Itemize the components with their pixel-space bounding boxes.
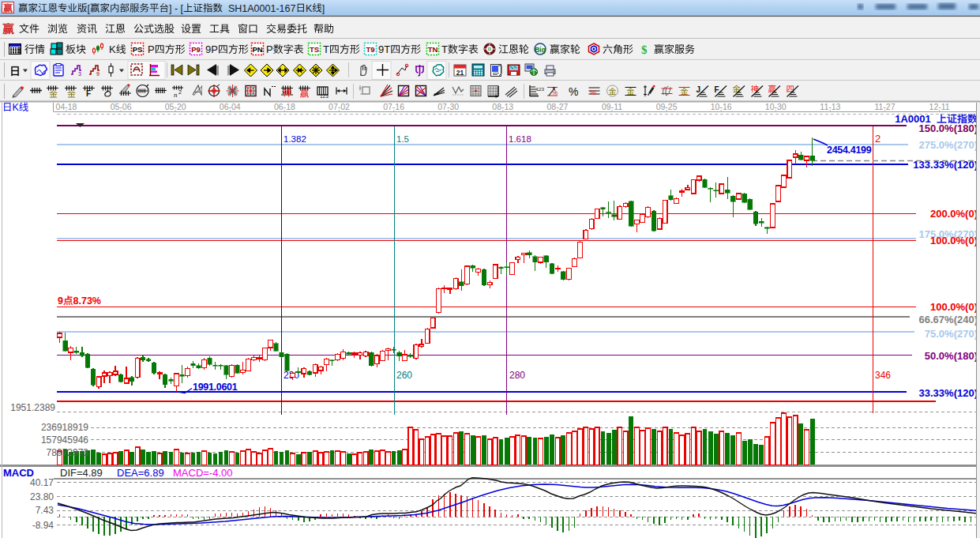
svg-text:150.0%(180): 150.0%(180) [919, 122, 978, 134]
svg-text:2: 2 [178, 89, 182, 95]
svg-text:123: 123 [320, 93, 329, 99]
svg-text:9: 9 [96, 71, 100, 77]
svg-text:78972973: 78972973 [47, 447, 89, 458]
svg-text:T: T [323, 43, 329, 55]
svg-text:280: 280 [509, 370, 525, 381]
svg-text:Big: Big [535, 46, 546, 54]
svg-text:%: % [569, 85, 578, 98]
svg-text:04-18: 04-18 [56, 102, 77, 111]
svg-text:2: 2 [875, 133, 880, 145]
svg-text:10-16: 10-16 [711, 102, 732, 111]
svg-text:%: % [590, 88, 596, 96]
svg-text:10-30: 10-30 [765, 102, 787, 111]
svg-text:K: K [109, 43, 116, 55]
svg-text:100.0%(0): 100.0%(0) [930, 235, 978, 246]
svg-text:MACD=-4.00: MACD=-4.00 [173, 467, 233, 479]
svg-text:SH1A0001-167: SH1A0001-167 [223, 3, 295, 14]
svg-text:K: K [306, 3, 313, 14]
svg-text:11-27: 11-27 [874, 102, 895, 111]
svg-text:08-13: 08-13 [492, 102, 513, 111]
svg-text:346: 346 [875, 370, 891, 381]
svg-text:1.618: 1.618 [509, 134, 531, 144]
svg-text:TS: TS [310, 45, 319, 54]
svg-text:09-11: 09-11 [602, 102, 622, 111]
svg-text:05-20: 05-20 [165, 102, 186, 111]
svg-text:%: % [552, 89, 558, 96]
svg-text:100.0%(0): 100.0%(0) [930, 301, 978, 313]
svg-text:n: n [174, 91, 178, 99]
svg-text:33.33%(120): 33.33%(120) [919, 387, 978, 399]
svg-text:08-27: 08-27 [546, 102, 568, 111]
svg-text:06-18: 06-18 [274, 102, 295, 111]
svg-text:TN: TN [428, 45, 438, 54]
svg-text:]: ] [322, 3, 325, 14]
svg-text:07-30: 07-30 [437, 102, 459, 111]
svg-text:236918919: 236918919 [41, 422, 88, 433]
svg-text:F: F [715, 85, 719, 94]
svg-text:40.17: 40.17 [30, 477, 54, 488]
svg-text:8.73%: 8.73% [73, 295, 101, 307]
svg-text:DEA=6.89: DEA=6.89 [117, 467, 164, 479]
svg-text:1.5: 1.5 [396, 134, 409, 144]
svg-text:75.0%(270): 75.0%(270) [925, 328, 978, 340]
svg-text:1.382: 1.382 [283, 134, 306, 144]
svg-text:50.0%(180): 50.0%(180) [925, 350, 978, 362]
svg-text:1991.0601: 1991.0601 [193, 382, 238, 393]
svg-text:12-11: 12-11 [929, 102, 950, 111]
svg-text:T: T [441, 43, 448, 55]
svg-text:05-06: 05-06 [111, 102, 132, 111]
svg-text:T9: T9 [366, 45, 374, 54]
svg-text:11-13: 11-13 [820, 102, 840, 111]
svg-text:1951.2389: 1951.2389 [10, 402, 55, 413]
svg-text:DIF=4.89: DIF=4.89 [60, 467, 103, 479]
svg-text:P: P [266, 43, 273, 55]
svg-text:PN: PN [252, 45, 262, 54]
svg-text:3: 3 [78, 71, 81, 77]
svg-text:66.67%(240): 66.67%(240) [919, 314, 978, 325]
svg-text:$: $ [641, 43, 648, 56]
svg-text:260: 260 [396, 370, 412, 381]
svg-text:K: K [13, 102, 20, 113]
svg-text:9P: 9P [205, 43, 218, 55]
svg-text:23.80: 23.80 [30, 491, 54, 502]
svg-text:7.43: 7.43 [36, 505, 54, 516]
svg-text:275.0%(270): 275.0%(270) [919, 139, 978, 151]
svg-text:J: J [697, 85, 701, 94]
svg-text:157945946: 157945946 [41, 435, 88, 446]
svg-text:07-16: 07-16 [383, 102, 404, 111]
svg-text:[: [ [88, 3, 91, 14]
svg-text:9: 9 [58, 295, 63, 307]
svg-text:06-04: 06-04 [220, 102, 241, 111]
svg-text:123: 123 [536, 87, 545, 92]
svg-text:07-02: 07-02 [329, 102, 350, 111]
svg-text:F: F [86, 89, 91, 98]
svg-text:-8.94: -8.94 [32, 520, 54, 531]
svg-text:] - [: ] - [ [169, 3, 184, 14]
svg-text:P: P [148, 43, 155, 55]
svg-text:PS: PS [133, 45, 143, 54]
svg-text:200.0%(0): 200.0%(0) [930, 208, 978, 220]
svg-text:09-25: 09-25 [656, 102, 678, 111]
svg-text:2454.4199: 2454.4199 [827, 145, 872, 156]
svg-text:21: 21 [456, 69, 464, 77]
svg-text:P9: P9 [191, 45, 201, 54]
svg-text:9T: 9T [378, 43, 390, 55]
